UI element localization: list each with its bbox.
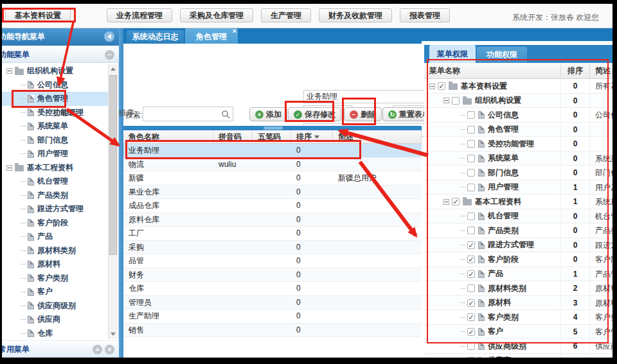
splitter-handle-icon[interactable] [264,126,283,130]
checkbox[interactable] [467,126,475,134]
sidebar-scrollbar[interactable] [108,64,118,339]
perm-row[interactable]: ✓基本资料设置0所有基 [424,79,613,94]
tab-role-management[interactable]: 角色管理 × [185,28,238,44]
expander-icon[interactable] [443,199,449,205]
perm-row[interactable]: ✓客户5客户管 [424,325,613,340]
perm-row[interactable]: 供应商 [424,354,613,358]
close-icon[interactable]: × [233,28,237,35]
column-header-0[interactable]: 角色名称 [123,130,213,144]
table-row[interactable]: 仓库0 [123,282,422,296]
menu-item-5[interactable]: 报表管理 [400,8,450,22]
collapse-sidebar-button[interactable] [104,31,114,42]
perm-row[interactable]: 角色管理0 [424,123,613,137]
column-header-3[interactable]: 排序 [291,130,333,144]
table-row[interactable]: 工厂0 [123,227,422,241]
perm-row[interactable]: ✓客户阶段0客户阶 [424,252,613,267]
perm-row[interactable]: 部门信息0部门信 [424,166,613,180]
checkbox[interactable]: ✓ [467,313,475,321]
table-row[interactable]: 生产助理0 [123,309,422,324]
table-row[interactable]: 新疆0新疆总用户 [123,171,422,186]
sidebar-item[interactable]: 角色管理 [2,92,109,106]
checkbox[interactable] [467,357,475,358]
checkbox[interactable]: ✓ [467,256,475,263]
checkbox[interactable] [467,184,475,191]
checkbox[interactable] [467,111,475,119]
perm-row[interactable]: 公司信息0公司信 [424,108,613,123]
table-row[interactable]: 果业仓库0 [123,186,422,200]
menu-item-4[interactable]: 财务及收款管理 [319,8,392,22]
perm-column-sort[interactable]: 排序 [561,63,590,79]
remove-favorite-icon[interactable]: × [105,345,114,354]
checkbox[interactable] [467,155,475,162]
checkbox[interactable] [467,212,475,220]
expander-icon[interactable] [443,98,449,103]
perm-row[interactable]: ✓产品1产品管 [424,267,613,282]
sidebar-item[interactable]: 部门信息 [2,134,109,148]
scroll-down-icon[interactable] [111,333,116,336]
checkbox[interactable] [467,284,475,292]
checkbox[interactable]: ✓ [438,82,445,90]
perm-row[interactable]: ✓客户类别4客户类 [424,310,613,325]
table-row[interactable]: 成品仓库0 [123,199,422,213]
sidebar-item[interactable]: 客户类别 [2,272,109,286]
perm-row[interactable]: 机台管理0机台管 [424,209,613,224]
tab-menu-permissions[interactable]: 菜单权限 [429,45,476,63]
perm-row[interactable]: ✓跟进方式管理0跟进方 [424,238,613,253]
menu-item-3[interactable]: 生产管理 [261,8,311,22]
perm-column-menu-name[interactable]: 菜单名称 [424,63,561,79]
expander-icon[interactable] [6,165,12,171]
checkbox[interactable] [467,342,475,350]
perm-row[interactable]: 组织机构设置0 [424,94,613,108]
sidebar-item[interactable]: 原材料类别 [2,244,109,258]
sidebar-item[interactable]: 客户阶段 [2,216,109,230]
sidebar-item[interactable]: 组织机构设置 [2,64,109,78]
delete-button[interactable]: 删除 [344,107,382,121]
checkbox[interactable]: ✓ [452,198,460,205]
perm-row[interactable]: 用户管理1用户及 [424,180,613,195]
tab-system-log[interactable]: 系统动态日志 [127,30,184,44]
sidebar-item[interactable]: 仓库 [2,327,109,341]
expander-icon[interactable] [429,83,435,89]
sidebar-item[interactable]: 系统菜单 [2,119,109,134]
accordion-header-favorites[interactable]: 常用菜单 + × [2,340,119,358]
save-changes-button[interactable]: 保存修改 [288,107,341,121]
sidebar-item[interactable]: 跟进方式管理 [2,202,109,216]
table-row[interactable]: 原料仓库0 [123,213,422,227]
table-row[interactable]: 采购0 [123,241,422,255]
checkbox[interactable]: ✓ [467,328,475,336]
table-row[interactable]: 业务助理0 [123,144,422,158]
accordion-header-function-menu[interactable]: 功能菜单 − [2,46,119,63]
perm-row[interactable]: ✓原材料3原材料 [424,296,613,311]
sidebar-item[interactable]: 产品类别 [2,189,109,203]
collapse-section-icon[interactable]: − [105,50,114,60]
sidebar-item[interactable]: 供应商级别 [2,299,109,313]
sidebar-item[interactable]: 客户 [2,285,109,299]
sidebar-item[interactable]: 用户管理 [2,147,109,161]
table-row[interactable]: 销售0 [123,324,422,338]
add-favorite-icon[interactable]: + [93,345,102,354]
checkbox[interactable]: ✓ [467,241,475,249]
perm-row[interactable]: 原材料类别2原材料 [424,281,613,296]
sidebar-item[interactable]: 供应商 [2,313,109,327]
column-header-4[interactable]: 简述 [333,130,422,144]
scroll-up-icon[interactable] [111,67,116,71]
sidebar-item[interactable]: 机台管理 [2,175,109,189]
checkbox[interactable] [467,227,475,234]
checkbox[interactable] [467,140,475,148]
search-icon[interactable] [221,110,230,119]
sidebar-item[interactable]: 产品 [2,230,109,244]
table-row[interactable]: 物流wuliu0 [123,158,422,172]
menu-item-0[interactable]: 基本资料设置 [5,8,71,22]
table-row[interactable]: 财务0 [123,268,422,282]
checkbox[interactable] [452,97,460,105]
perm-row[interactable]: 产品类别0产品类 [424,223,613,238]
column-header-2[interactable]: 五笔码 [253,130,291,144]
menu-item-2[interactable]: 采购及仓库管理 [180,8,253,22]
sidebar-item[interactable]: 原材料 [2,257,109,272]
column-header-1[interactable]: 拼音码 [213,130,253,144]
search-input[interactable] [143,107,220,121]
menu-item-1[interactable]: 业务流程管理 [107,8,172,22]
perm-row[interactable]: 受控功能管理0 [424,137,613,152]
sidebar-item[interactable]: 公司信息 [2,78,109,92]
sidebar-item[interactable]: 基本工程资料 [2,161,109,175]
